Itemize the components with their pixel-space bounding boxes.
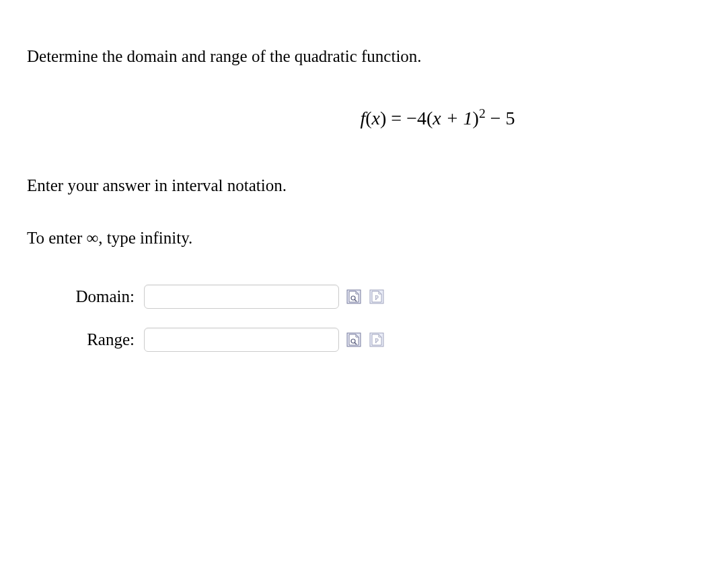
domain-label: Domain: bbox=[34, 287, 144, 306]
eq-rparen2: ) bbox=[473, 108, 479, 128]
eq-inside: x + 1 bbox=[433, 108, 472, 128]
preview-icon[interactable] bbox=[346, 289, 362, 305]
equation: f(x) = −4(x + 1)2 − 5 bbox=[360, 108, 515, 128]
eq-equals: = bbox=[386, 108, 406, 128]
range-row: Range: P bbox=[27, 328, 680, 352]
infinity-note: To enter ∞, type infinity. bbox=[27, 229, 680, 248]
instruction-text: Enter your answer in interval notation. bbox=[27, 176, 680, 195]
question-text: Determine the domain and range of the qu… bbox=[27, 47, 680, 66]
range-label: Range: bbox=[34, 330, 144, 349]
domain-row: Domain: P bbox=[27, 285, 680, 309]
eq-rparen: ) bbox=[380, 108, 386, 128]
eq-tail: − 5 bbox=[486, 108, 515, 128]
help-icon[interactable]: P bbox=[369, 332, 385, 348]
equation-display: f(x) = −4(x + 1)2 − 5 bbox=[27, 106, 680, 129]
eq-coef: −4( bbox=[406, 108, 433, 128]
eq-exp: 2 bbox=[479, 106, 486, 120]
eq-var: x bbox=[372, 108, 380, 128]
range-input[interactable] bbox=[144, 328, 339, 352]
svg-text:P: P bbox=[375, 337, 379, 344]
svg-text:P: P bbox=[375, 294, 379, 301]
eq-lparen: ( bbox=[365, 108, 371, 128]
preview-icon[interactable] bbox=[346, 332, 362, 348]
domain-input[interactable] bbox=[144, 285, 339, 309]
help-icon[interactable]: P bbox=[369, 289, 385, 305]
